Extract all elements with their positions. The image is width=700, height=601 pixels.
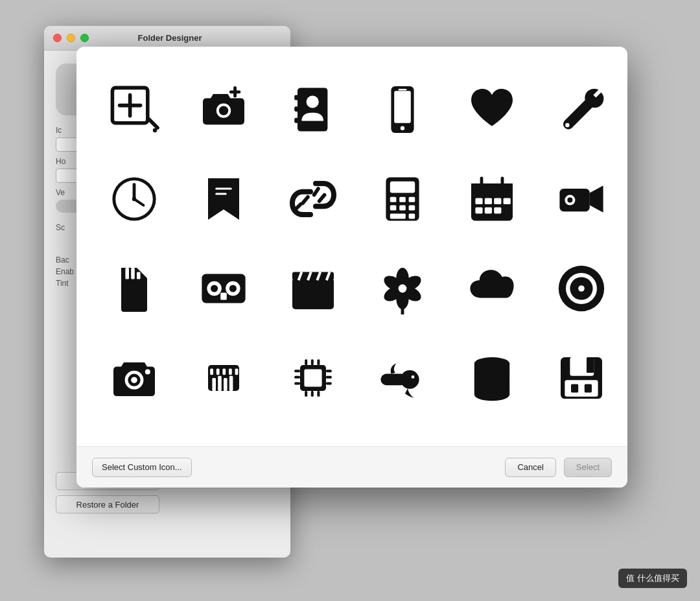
svg-rect-41 bbox=[471, 183, 513, 195]
svg-rect-92 bbox=[229, 376, 233, 391]
icon-tape[interactable] bbox=[181, 246, 266, 331]
svg-rect-36 bbox=[399, 206, 406, 211]
svg-rect-38 bbox=[390, 213, 406, 218]
svg-rect-34 bbox=[409, 197, 415, 202]
icon-contacts[interactable] bbox=[271, 67, 355, 152]
svg-rect-104 bbox=[326, 376, 332, 379]
svg-rect-56 bbox=[131, 268, 135, 279]
svg-point-78 bbox=[399, 285, 407, 293]
svg-rect-94 bbox=[216, 369, 220, 375]
svg-rect-127 bbox=[585, 384, 592, 393]
svg-point-62 bbox=[229, 285, 237, 292]
svg-rect-111 bbox=[317, 391, 320, 397]
icon-calculator[interactable] bbox=[360, 157, 445, 241]
svg-rect-63 bbox=[220, 292, 227, 300]
svg-point-18 bbox=[565, 123, 569, 127]
svg-line-26 bbox=[314, 189, 318, 195]
bg-window-title: Folder Designer bbox=[58, 33, 281, 43]
icon-heart[interactable] bbox=[450, 67, 534, 152]
svg-line-29 bbox=[296, 204, 301, 209]
icon-wrench[interactable] bbox=[539, 67, 624, 152]
svg-rect-33 bbox=[399, 197, 406, 202]
svg-rect-125 bbox=[565, 380, 598, 397]
icon-grid bbox=[92, 62, 612, 425]
modal-footer: Select Custom Icon... Cancel Select bbox=[76, 446, 627, 488]
svg-rect-64 bbox=[292, 278, 334, 309]
icon-chip[interactable] bbox=[271, 336, 355, 420]
svg-rect-48 bbox=[494, 207, 501, 214]
svg-rect-57 bbox=[137, 272, 141, 279]
svg-rect-46 bbox=[475, 207, 482, 214]
icon-ethernet[interactable] bbox=[181, 336, 266, 420]
icon-calendar[interactable] bbox=[450, 157, 534, 241]
svg-rect-97 bbox=[235, 369, 239, 375]
svg-rect-91 bbox=[224, 378, 228, 391]
svg-point-113 bbox=[401, 370, 419, 389]
icon-floppy-save[interactable] bbox=[539, 336, 624, 420]
svg-rect-110 bbox=[311, 391, 314, 397]
icon-bookmark[interactable] bbox=[181, 157, 266, 241]
svg-rect-39 bbox=[409, 213, 415, 218]
svg-rect-108 bbox=[317, 359, 320, 365]
svg-rect-99 bbox=[304, 369, 321, 386]
svg-rect-31 bbox=[390, 182, 415, 193]
icon-camera-add[interactable] bbox=[181, 67, 266, 152]
icon-broken-link[interactable] bbox=[271, 157, 355, 241]
select-button[interactable]: Select bbox=[564, 458, 612, 477]
svg-point-61 bbox=[211, 285, 218, 292]
svg-rect-89 bbox=[212, 378, 216, 391]
icon-camera[interactable] bbox=[92, 336, 176, 420]
svg-point-114 bbox=[412, 375, 415, 379]
svg-point-86 bbox=[131, 377, 137, 383]
svg-rect-17 bbox=[399, 89, 407, 90]
svg-rect-10 bbox=[294, 95, 298, 100]
svg-rect-35 bbox=[390, 206, 397, 211]
svg-rect-95 bbox=[222, 369, 226, 375]
svg-rect-96 bbox=[229, 369, 232, 375]
svg-rect-24 bbox=[215, 187, 232, 189]
select-custom-icon-button[interactable]: Select Custom Icon... bbox=[92, 458, 192, 477]
watermark: 值 什么值得买 bbox=[618, 569, 687, 588]
icon-disc[interactable] bbox=[539, 246, 624, 331]
svg-rect-109 bbox=[305, 391, 307, 397]
svg-line-28 bbox=[303, 197, 308, 204]
footer-left: Select Custom Icon... bbox=[92, 458, 192, 477]
icon-video-camera[interactable] bbox=[539, 157, 624, 241]
svg-point-121 bbox=[474, 388, 509, 401]
svg-rect-32 bbox=[390, 197, 397, 202]
svg-rect-105 bbox=[326, 382, 332, 384]
icon-bird-whistle[interactable] bbox=[360, 336, 445, 420]
icon-add-image[interactable] bbox=[92, 67, 176, 152]
svg-rect-37 bbox=[409, 206, 415, 211]
svg-point-4 bbox=[153, 128, 157, 132]
icon-phone[interactable] bbox=[360, 67, 445, 152]
icon-cloud[interactable] bbox=[450, 246, 534, 331]
icon-clock[interactable] bbox=[92, 157, 176, 241]
svg-rect-106 bbox=[305, 359, 307, 365]
svg-rect-45 bbox=[504, 198, 511, 204]
svg-rect-12 bbox=[294, 118, 298, 123]
icon-picker-modal: Select Custom Icon... Cancel Select bbox=[76, 47, 627, 488]
svg-rect-11 bbox=[294, 106, 298, 112]
svg-point-13 bbox=[307, 95, 319, 108]
svg-rect-15 bbox=[394, 91, 411, 123]
svg-rect-103 bbox=[326, 370, 332, 372]
cancel-button[interactable]: Cancel bbox=[505, 458, 555, 477]
svg-point-23 bbox=[132, 197, 136, 201]
svg-marker-52 bbox=[590, 185, 603, 213]
svg-line-27 bbox=[320, 195, 325, 202]
svg-line-3 bbox=[148, 119, 158, 128]
icon-sd-card[interactable] bbox=[92, 246, 176, 331]
svg-rect-107 bbox=[311, 359, 314, 365]
icon-database[interactable] bbox=[450, 336, 534, 420]
svg-rect-100 bbox=[294, 370, 300, 372]
modal-body bbox=[76, 47, 627, 446]
icon-flower[interactable] bbox=[360, 246, 445, 331]
restore-folder-button[interactable]: Restore a Folder bbox=[56, 495, 159, 513]
svg-point-6 bbox=[219, 106, 228, 115]
svg-rect-90 bbox=[218, 376, 222, 391]
svg-rect-9 bbox=[298, 88, 327, 131]
icon-clapperboard[interactable] bbox=[271, 246, 355, 331]
svg-rect-124 bbox=[587, 357, 594, 373]
svg-rect-102 bbox=[294, 382, 300, 384]
